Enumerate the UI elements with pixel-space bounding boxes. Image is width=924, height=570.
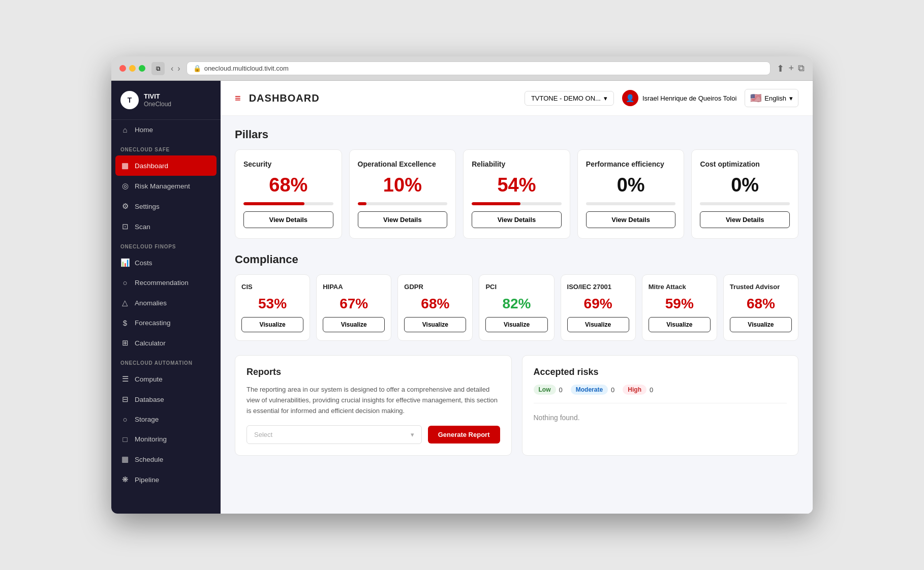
low-badge-label: Low (534, 385, 556, 395)
compliance-section-title: Compliance (235, 253, 798, 266)
sidebar-label-recommendation: Recommendation (135, 279, 189, 287)
content-area: Pillars Security 68% View Details Operat… (221, 116, 813, 468)
pillar-percent-operational: 10% (383, 174, 422, 196)
pillar-name-operational: Operational Excellence (358, 160, 436, 168)
visualize-pci[interactable]: Visualize (485, 317, 547, 332)
compliance-card-trusted: Trusted Advisor 68% Visualize (723, 274, 798, 341)
sidebar-label-storage: Storage (135, 416, 159, 423)
risk-divider (534, 403, 787, 403)
user-avatar: 👤 (622, 90, 638, 106)
user-name: Israel Henrique de Queiros Toloi (642, 94, 736, 102)
sidebar-item-monitoring[interactable]: □ Monitoring (111, 429, 221, 449)
compliance-name-trusted: Trusted Advisor (730, 283, 780, 291)
view-details-cost[interactable]: View Details (700, 211, 790, 228)
compliance-percent-pci: 82% (502, 296, 531, 312)
compliance-name-mitre: Mitre Attack (649, 283, 686, 291)
visualize-gdpr[interactable]: Visualize (404, 317, 466, 332)
pillars-grid: Security 68% View Details Operational Ex… (235, 149, 798, 239)
sidebar-label-schedule: Schedule (135, 456, 163, 463)
forward-button[interactable]: › (177, 64, 180, 73)
high-badge-label: High (623, 385, 646, 395)
sidebar-item-storage[interactable]: ○ Storage (111, 409, 221, 429)
hamburger-icon[interactable]: ≡ (235, 92, 241, 104)
section-label-finops: ONECLOUD FINOPS (111, 237, 221, 252)
sidebar-item-database[interactable]: ⊟ Database (111, 389, 221, 409)
dot-green[interactable] (139, 65, 145, 72)
nothing-found-text: Nothing found. (534, 409, 787, 426)
dot-yellow[interactable] (129, 65, 136, 72)
high-badge-count: 0 (650, 386, 653, 394)
section-label-automation: ONECLOUD AUTOMATION (111, 353, 221, 369)
lang-chevron-icon: ▾ (789, 94, 793, 102)
compliance-percent-cis: 53% (258, 296, 287, 312)
reports-card: Reports The reporting area in our system… (235, 355, 512, 456)
sidebar-item-recommendation[interactable]: ○ Recommendation (111, 273, 221, 293)
window-toggle-btn[interactable]: ⧉ (151, 62, 165, 75)
risk-badge-moderate: Moderate 0 (571, 385, 615, 395)
pillar-percent-performance: 0% (617, 174, 645, 196)
sidebar-label-risk: Risk Management (135, 182, 190, 190)
sidebar-item-forecasting[interactable]: $ Forecasting (111, 313, 221, 333)
pillar-progress-security (243, 202, 333, 205)
lang-selector[interactable]: 🇺🇸 English ▾ (745, 89, 798, 107)
logo-brand: TIVIT (144, 92, 171, 101)
pillar-card-reliability: Reliability 54% View Details (463, 149, 570, 239)
url-text: onecloud.multicloud.tivit.com (204, 65, 289, 72)
sidebar-item-compute[interactable]: ☰ Compute (111, 369, 221, 389)
pillar-card-operational: Operational Excellence 10% View Details (349, 149, 456, 239)
windows-icon[interactable]: ⧉ (798, 63, 805, 74)
reports-controls: Select ▾ Generate Report (247, 425, 500, 444)
sidebar-item-scan[interactable]: ⊡ Scan (111, 216, 221, 237)
sidebar-item-costs[interactable]: 📊 Costs (111, 252, 221, 273)
generate-report-button[interactable]: Generate Report (428, 426, 500, 444)
view-details-reliability[interactable]: View Details (472, 211, 562, 228)
compliance-name-cis: CIS (241, 283, 253, 291)
compliance-percent-iso: 69% (584, 296, 612, 312)
address-bar[interactable]: 🔒 onecloud.multicloud.tivit.com (187, 61, 771, 75)
sidebar-item-anomalies[interactable]: △ Anomalies (111, 293, 221, 313)
dot-red[interactable] (119, 65, 126, 72)
compliance-name-hipaa: HIPAA (323, 283, 343, 291)
compliance-percent-gdpr: 68% (421, 296, 449, 312)
share-icon[interactable]: ⬆ (777, 63, 784, 74)
sidebar-item-risk-management[interactable]: ◎ Risk Management (111, 176, 221, 196)
compliance-card-gdpr: GDPR 68% Visualize (397, 274, 473, 341)
visualize-cis[interactable]: Visualize (241, 317, 303, 332)
topbar: ≡ DASHBOARD TVTONE - DEMO ON... ▾ 👤 Isra… (221, 81, 813, 116)
visualize-mitre[interactable]: Visualize (649, 317, 711, 332)
accepted-risks-title: Accepted risks (534, 367, 787, 377)
view-details-performance[interactable]: View Details (586, 211, 676, 228)
back-button[interactable]: ‹ (171, 64, 173, 73)
sidebar-item-schedule[interactable]: ▦ Schedule (111, 449, 221, 469)
visualize-iso[interactable]: Visualize (567, 317, 629, 332)
page-title: DASHBOARD (249, 92, 516, 104)
risk-badge-low: Low 0 (534, 385, 563, 395)
pillar-percent-cost: 0% (731, 174, 759, 196)
visualize-trusted[interactable]: Visualize (730, 317, 792, 332)
sidebar-item-pipeline[interactable]: ❋ Pipeline (111, 469, 221, 490)
compliance-card-hipaa: HIPAA 67% Visualize (316, 274, 391, 341)
compliance-grid: CIS 53% Visualize HIPAA 67% Visualize GD… (235, 274, 798, 341)
sidebar-item-settings[interactable]: ⚙ Settings (111, 196, 221, 216)
visualize-hipaa[interactable]: Visualize (323, 317, 385, 332)
report-select-dropdown[interactable]: Select ▾ (247, 425, 422, 444)
sidebar-label-home: Home (135, 126, 153, 134)
sidebar-item-home[interactable]: ⌂ Home (111, 120, 221, 140)
compliance-name-gdpr: GDPR (404, 283, 423, 291)
view-details-operational[interactable]: View Details (358, 211, 448, 228)
view-details-security[interactable]: View Details (243, 211, 333, 228)
pillar-progress-operational (358, 202, 448, 205)
sidebar-item-dashboard[interactable]: ▦ Dashboard (115, 155, 217, 176)
add-tab-icon[interactable]: + (788, 63, 794, 74)
anomalies-icon: △ (120, 298, 130, 307)
risk-icon: ◎ (120, 181, 130, 191)
sidebar-label-anomalies: Anomalies (135, 299, 167, 307)
logo-icon: T (120, 91, 139, 109)
compliance-percent-hipaa: 67% (340, 296, 368, 312)
env-selector[interactable]: TVTONE - DEMO ON... ▾ (525, 91, 614, 106)
sidebar-item-calculator[interactable]: ⊞ Calculator (111, 333, 221, 353)
compliance-card-mitre: Mitre Attack 59% Visualize (642, 274, 717, 341)
compliance-percent-trusted: 68% (747, 296, 775, 312)
sidebar-label-monitoring: Monitoring (135, 435, 167, 443)
pillar-fill-reliability (472, 202, 520, 205)
